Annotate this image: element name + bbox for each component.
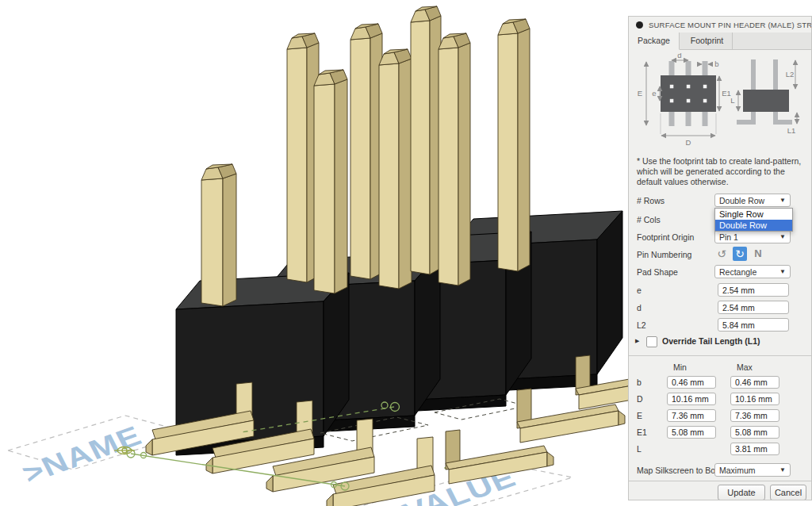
b-min-input[interactable]	[667, 376, 716, 389]
tabbar: Package Footprint	[629, 33, 811, 50]
dim-label-L: L	[730, 96, 734, 105]
dimension-diagram: d b E e E1 D L2 L	[635, 53, 805, 151]
chevron-down-icon: ▼	[779, 233, 786, 240]
minmax-row-E: E	[629, 409, 811, 423]
cancel-button[interactable]: Cancel	[770, 485, 806, 500]
cols-label: # Cols	[637, 215, 661, 224]
chevron-down-icon: ▼	[779, 466, 786, 473]
menu-item-single-row[interactable]: Single Row	[715, 209, 792, 220]
pad-shape-row: Pad Shape Rectangle ▼	[629, 265, 811, 278]
e-input[interactable]	[718, 283, 789, 297]
cw-rotate-icon[interactable]: ↻	[733, 247, 747, 261]
l2-field-row: L2	[629, 318, 811, 332]
dim-label-D: D	[686, 138, 691, 147]
E1-min-input[interactable]	[667, 426, 716, 439]
silkscreen-label: Map Silkscreen to Body	[637, 466, 724, 475]
L-max-input[interactable]	[730, 443, 779, 455]
3d-viewport[interactable]: >NAME >VALUE	[0, 0, 628, 506]
silkscreen-row: Map Silkscreen to Body Maximum ▼	[629, 463, 811, 477]
update-button[interactable]: Update	[718, 485, 765, 500]
rows-select-value: Double Row	[719, 196, 764, 205]
footprint-origin-select[interactable]: Pin 1 ▼	[714, 230, 791, 243]
d-input[interactable]	[718, 301, 789, 314]
dim-label-L1: L1	[787, 126, 796, 135]
E1-label: E1	[637, 427, 647, 437]
min-header: Min	[673, 362, 687, 372]
panel-titlebar: SURFACE MOUNT PIN HEADER (MALE) STRAIGHT…	[629, 17, 811, 33]
rows-select[interactable]: Double Row ▼	[714, 194, 791, 207]
ccw-rotate-icon[interactable]: ↺	[714, 247, 729, 261]
l2-label: L2	[637, 320, 646, 330]
panel-dot-icon	[636, 21, 643, 29]
dim-label-L2: L2	[786, 70, 795, 79]
minmax-row-E1: E1	[629, 426, 811, 439]
D-max-input[interactable]	[730, 393, 779, 405]
dim-label-d: d	[677, 53, 681, 59]
pad-shape-value: Rectangle	[719, 267, 756, 277]
tab-package[interactable]: Package	[629, 33, 680, 50]
footprint-origin-row: Footprint Origin Pin 1 ▼	[629, 230, 811, 243]
disclosure-triangle-icon[interactable]: ▶	[635, 338, 639, 344]
override-checkbox[interactable]	[646, 336, 657, 347]
menu-item-double-row[interactable]: Double Row	[715, 220, 792, 231]
b-max-input[interactable]	[730, 376, 779, 389]
e-label: e	[637, 286, 642, 295]
footprint-origin-label: Footprint Origin	[637, 232, 694, 242]
silkscreen-select[interactable]: Maximum ▼	[714, 463, 791, 477]
l2-input[interactable]	[718, 318, 789, 332]
e-field-row: e	[629, 283, 811, 297]
minmax-row-b: b	[629, 376, 811, 389]
override-tail-length-row: ▶ Override Tail Length (L1)	[629, 335, 811, 348]
panel-title: SURFACE MOUNT PIN HEADER (MALE) STRAIGHT…	[649, 21, 811, 29]
dim-label-b: b	[714, 59, 718, 68]
divider	[629, 355, 811, 356]
pin-numbering-label: Pin Numbering	[637, 250, 691, 259]
E1-max-input[interactable]	[730, 426, 779, 439]
dim-label-E1: E1	[722, 89, 731, 98]
E-label: E	[637, 411, 642, 420]
footprint-origin-value: Pin 1	[719, 232, 738, 242]
D-label: D	[637, 394, 643, 404]
b-label: b	[637, 378, 642, 387]
pin-numbering-options: ↺ ↻ N	[714, 247, 769, 261]
rows-field-row: # Rows Double Row ▼	[629, 194, 811, 207]
footprint-note: * Use the footprint tab to create land-p…	[637, 156, 802, 187]
chevron-down-icon: ▼	[779, 197, 786, 204]
pad-shape-label: Pad Shape	[637, 267, 678, 277]
E-max-input[interactable]	[730, 409, 779, 422]
d-label: d	[637, 303, 642, 312]
minmax-row-D: D	[629, 393, 811, 406]
L-label: L	[637, 444, 642, 454]
max-header: Max	[737, 362, 753, 372]
minmax-row-L: L	[629, 443, 811, 456]
chevron-down-icon: ▼	[779, 268, 786, 275]
D-min-input[interactable]	[667, 393, 716, 405]
package-generator-panel: SURFACE MOUNT PIN HEADER (MALE) STRAIGHT…	[628, 16, 812, 500]
E-min-input[interactable]	[667, 409, 716, 422]
tab-footprint[interactable]: Footprint	[682, 33, 733, 49]
footer-divider	[629, 481, 811, 481]
dim-label-e: e	[652, 89, 656, 98]
pad-shape-select[interactable]: Rectangle ▼	[714, 265, 791, 278]
rows-label: # Rows	[637, 196, 665, 205]
zigzag-numbering-icon[interactable]: N	[751, 247, 765, 261]
rows-dropdown-menu: Single Row Double Row	[714, 208, 793, 232]
override-label: Override Tail Length (L1)	[662, 336, 760, 346]
dim-label-E: E	[638, 89, 642, 98]
silkscreen-value: Maximum	[719, 466, 756, 475]
d-field-row: d	[629, 301, 811, 314]
